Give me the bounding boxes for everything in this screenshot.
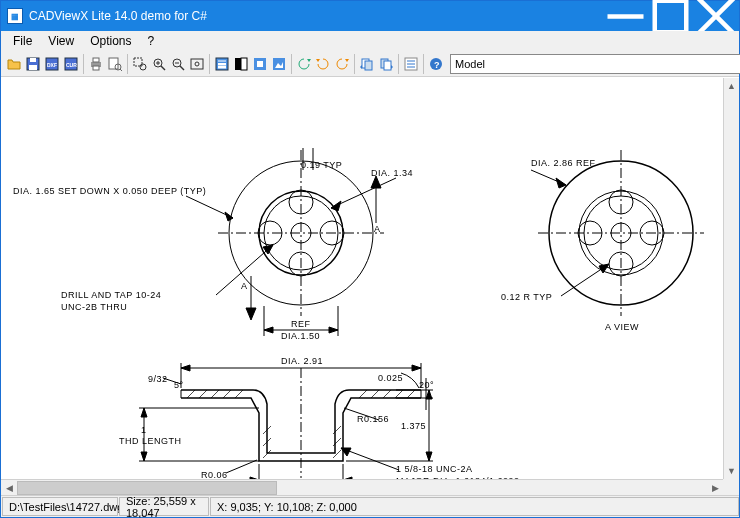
svg-rect-13 xyxy=(93,66,99,70)
toolbar-color-bg-icon[interactable] xyxy=(251,55,269,73)
scroll-down-icon[interactable]: ▼ xyxy=(724,463,739,479)
svg-line-110 xyxy=(333,438,341,446)
drawing-canvas[interactable]: 0.19 TYP DIA. 1.34 DIA. 1.65 SET DOWN X … xyxy=(1,77,739,495)
toolbar-prev-layout-icon[interactable] xyxy=(358,55,376,73)
svg-marker-139 xyxy=(141,452,147,461)
toolbar-blackwhite-icon[interactable] xyxy=(232,55,250,73)
toolbar-redraw-icon[interactable] xyxy=(295,55,313,73)
scroll-right-icon[interactable]: ▶ xyxy=(707,480,723,495)
toolbar-save-icon[interactable] xyxy=(24,55,42,73)
svg-line-97 xyxy=(199,390,207,398)
toolbar-separator xyxy=(423,54,424,74)
toolbar-next-layout-icon[interactable] xyxy=(377,55,395,73)
titlebar: ▦ CADViewX Lite 14.0 demo for C# xyxy=(1,1,739,31)
svg-marker-123 xyxy=(426,390,432,399)
scroll-up-icon[interactable]: ▲ xyxy=(724,78,739,94)
menu-view[interactable]: View xyxy=(40,32,82,50)
toolbar-zoom-window-icon[interactable] xyxy=(131,55,149,73)
svg-line-98 xyxy=(211,390,219,398)
toolbar-print-preview-icon[interactable] xyxy=(106,55,124,73)
toolbar-separator xyxy=(209,54,210,74)
svg-line-103 xyxy=(383,390,391,398)
dim-5deg: 5° xyxy=(174,380,184,390)
cad-drawing xyxy=(1,78,725,495)
scroll-corner xyxy=(723,479,739,495)
svg-line-20 xyxy=(161,66,165,70)
svg-line-100 xyxy=(235,390,243,398)
dim-20deg: 20° xyxy=(419,380,434,390)
close-button[interactable] xyxy=(693,1,739,31)
toolbar-rotate-right-icon[interactable] xyxy=(333,55,351,73)
label-thd-length: THD LENGTH xyxy=(119,436,182,446)
svg-rect-33 xyxy=(241,58,247,70)
menubar: File View Options ? xyxy=(1,31,739,51)
toolbar-open-icon[interactable] xyxy=(5,55,23,73)
toolbar-rotate-left-icon[interactable] xyxy=(314,55,332,73)
svg-line-111 xyxy=(333,426,341,434)
callout-drill-tap-1: DRILL AND TAP 10-24 xyxy=(61,290,161,300)
dim-thd-1: 1 xyxy=(141,425,147,435)
svg-marker-74 xyxy=(246,308,256,320)
dim-dia-1.50: DIA.1.50 xyxy=(281,331,320,341)
svg-marker-78 xyxy=(264,327,273,333)
svg-point-18 xyxy=(140,64,146,70)
toolbar-save-dxf-icon[interactable]: DXF xyxy=(43,55,61,73)
scroll-left-icon[interactable]: ◀ xyxy=(1,480,17,495)
toolbar-zoom-fit-icon[interactable] xyxy=(188,55,206,73)
svg-rect-14 xyxy=(109,58,118,69)
status-filepath: D:\TestFiles\14727.dwg xyxy=(2,497,118,516)
dim-r0.156: R0.156 xyxy=(357,414,389,424)
svg-text:DXF: DXF xyxy=(47,62,57,68)
svg-marker-40 xyxy=(345,59,349,62)
dim-dia-2.91: DIA. 2.91 xyxy=(281,356,323,366)
svg-rect-1 xyxy=(655,0,687,32)
toolbar-bg-image-icon[interactable] xyxy=(270,55,288,73)
toolbar-zoom-out-icon[interactable] xyxy=(169,55,187,73)
menu-file[interactable]: File xyxy=(5,32,40,50)
svg-point-27 xyxy=(195,62,199,66)
dim-dia-2.86-ref: DIA. 2.86 REF xyxy=(531,158,596,168)
dim-0.025: 0.025 xyxy=(378,373,403,383)
svg-rect-45 xyxy=(384,61,391,70)
status-size: Size: 25,559 x 18,047 xyxy=(119,497,209,516)
svg-marker-124 xyxy=(426,452,432,461)
maximize-button[interactable] xyxy=(648,1,693,31)
app-window: ▦ CADViewX Lite 14.0 demo for C# File Vi… xyxy=(0,0,740,518)
horizontal-scrollbar[interactable]: ◀ ▶ xyxy=(1,479,723,495)
dim-9-32: 9/32 xyxy=(148,374,168,384)
toolbar-separator xyxy=(291,54,292,74)
svg-rect-5 xyxy=(30,58,36,62)
menu-options[interactable]: Options xyxy=(82,32,139,50)
window-title: CADViewX Lite 14.0 demo for C# xyxy=(29,9,603,23)
layout-select[interactable]: Model ▾ xyxy=(450,54,740,74)
toolbar-about-icon[interactable]: ? xyxy=(427,55,445,73)
scroll-thumb[interactable] xyxy=(17,481,277,495)
toolbar-properties-icon[interactable] xyxy=(402,55,420,73)
minimize-button[interactable] xyxy=(603,1,648,31)
svg-marker-38 xyxy=(307,59,311,62)
toolbar-separator xyxy=(83,54,84,74)
svg-marker-39 xyxy=(316,59,320,62)
dim-dia-1.34: DIA. 1.34 xyxy=(371,168,413,178)
toolbar-lineweight-icon[interactable] xyxy=(213,55,231,73)
svg-line-16 xyxy=(120,69,122,71)
menu-help[interactable]: ? xyxy=(140,32,163,50)
vertical-scrollbar[interactable]: ▲ ▼ xyxy=(723,78,739,479)
svg-rect-32 xyxy=(235,58,241,70)
app-icon: ▦ xyxy=(7,8,23,24)
svg-marker-79 xyxy=(329,327,338,333)
svg-line-24 xyxy=(180,66,184,70)
svg-marker-116 xyxy=(181,365,190,371)
status-coordinates: X: 9,035; Y: 10,108; Z: 0,000 xyxy=(210,497,739,516)
svg-marker-117 xyxy=(412,365,421,371)
svg-line-96 xyxy=(187,390,195,398)
svg-line-101 xyxy=(359,390,367,398)
toolbar-save-cur-icon[interactable]: CUR xyxy=(62,55,80,73)
svg-marker-138 xyxy=(141,408,147,417)
toolbar-zoom-in-icon[interactable] xyxy=(150,55,168,73)
statusbar: D:\TestFiles\14727.dwg Size: 25,559 x 18… xyxy=(1,495,739,517)
toolbar-separator xyxy=(127,54,128,74)
scroll-track[interactable] xyxy=(17,480,707,495)
svg-text:CUR: CUR xyxy=(66,62,77,68)
toolbar-print-icon[interactable] xyxy=(87,55,105,73)
